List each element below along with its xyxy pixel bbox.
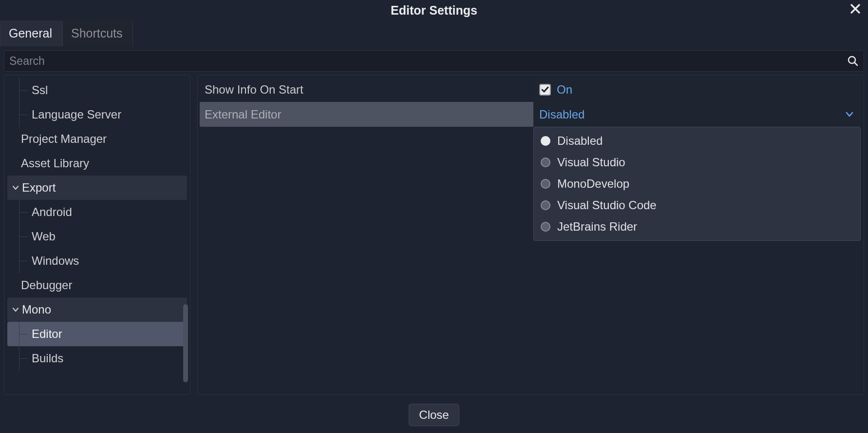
properties-panel: Show Info On Start On External Editor Di… bbox=[197, 75, 864, 395]
radio-icon bbox=[541, 179, 550, 189]
window-title: Editor Settings bbox=[391, 3, 477, 18]
dropdown-option-monodevelop[interactable]: MonoDevelop bbox=[537, 173, 857, 195]
dropdown-option-visual-studio-code[interactable]: Visual Studio Code bbox=[537, 195, 857, 216]
radio-icon bbox=[541, 200, 550, 210]
tree-item-windows[interactable]: Windows bbox=[7, 249, 187, 273]
search-icon[interactable] bbox=[847, 55, 859, 67]
search-bar bbox=[4, 50, 864, 72]
property-value: On bbox=[533, 77, 862, 102]
tree-item-android[interactable]: Android bbox=[7, 200, 187, 224]
show-info-value: On bbox=[557, 83, 572, 97]
property-external-editor: External Editor Disabled Disabled bbox=[200, 102, 862, 127]
tree-item-export[interactable]: Export bbox=[7, 176, 187, 200]
tree-item-web[interactable]: Web bbox=[7, 224, 187, 249]
tree-item-editor[interactable]: Editor bbox=[7, 322, 187, 346]
tab-shortcuts[interactable]: Shortcuts bbox=[62, 20, 133, 46]
chevron-down-icon bbox=[845, 108, 854, 121]
property-value: Disabled Disabled Visual Studio bbox=[533, 102, 862, 127]
dropdown-option-visual-studio[interactable]: Visual Studio bbox=[537, 152, 857, 173]
external-editor-dropdown-menu: Disabled Visual Studio MonoDevelop bbox=[533, 127, 861, 241]
close-button[interactable]: Close bbox=[409, 404, 459, 426]
dropdown-option-jetbrains-rider[interactable]: JetBrains Rider bbox=[537, 216, 857, 237]
property-show-info-on-start: Show Info On Start On bbox=[200, 77, 862, 102]
tree-item-ssl[interactable]: Ssl bbox=[7, 78, 187, 102]
show-info-checkbox[interactable] bbox=[539, 84, 551, 96]
tree-item-asset-library[interactable]: Asset Library bbox=[7, 151, 187, 176]
editor-settings-window: Editor Settings General Shortcuts Ssl La… bbox=[0, 0, 868, 433]
tree-item-mono[interactable]: Mono bbox=[7, 297, 187, 322]
dropdown-selected: Disabled bbox=[539, 108, 585, 121]
tree-item-builds[interactable]: Builds bbox=[7, 346, 187, 371]
radio-icon bbox=[541, 157, 550, 167]
tree-item-language-server[interactable]: Language Server bbox=[7, 102, 187, 127]
radio-icon bbox=[541, 222, 550, 232]
sidebar-scrollbar[interactable] bbox=[183, 304, 188, 382]
close-icon[interactable] bbox=[849, 3, 861, 17]
settings-tree: Ssl Language Server Project Manager Asse… bbox=[4, 75, 190, 395]
tab-general[interactable]: General bbox=[0, 20, 62, 46]
footer: Close bbox=[0, 399, 868, 433]
dropdown-option-disabled[interactable]: Disabled bbox=[537, 130, 857, 152]
body: Ssl Language Server Project Manager Asse… bbox=[0, 75, 868, 399]
radio-icon bbox=[541, 136, 550, 146]
titlebar: Editor Settings bbox=[0, 0, 868, 20]
tab-bar: General Shortcuts bbox=[0, 20, 868, 46]
search-input[interactable] bbox=[9, 55, 847, 68]
property-label: External Editor bbox=[200, 102, 533, 127]
chevron-down-icon bbox=[10, 306, 21, 313]
tree-item-debugger[interactable]: Debugger bbox=[7, 273, 187, 297]
chevron-down-icon bbox=[10, 184, 21, 191]
external-editor-dropdown[interactable]: Disabled bbox=[539, 102, 862, 127]
tree-item-project-manager[interactable]: Project Manager bbox=[7, 127, 187, 151]
search-bar-container bbox=[0, 46, 868, 75]
property-label: Show Info On Start bbox=[200, 83, 533, 97]
